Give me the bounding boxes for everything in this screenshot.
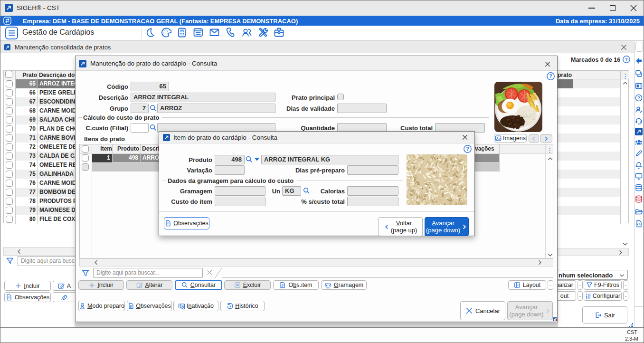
svg-text:?: ? bbox=[625, 57, 628, 62]
svg-text:?: ? bbox=[549, 74, 552, 79]
svg-text:?: ? bbox=[637, 95, 640, 100]
svg-text:?: ? bbox=[466, 146, 469, 152]
